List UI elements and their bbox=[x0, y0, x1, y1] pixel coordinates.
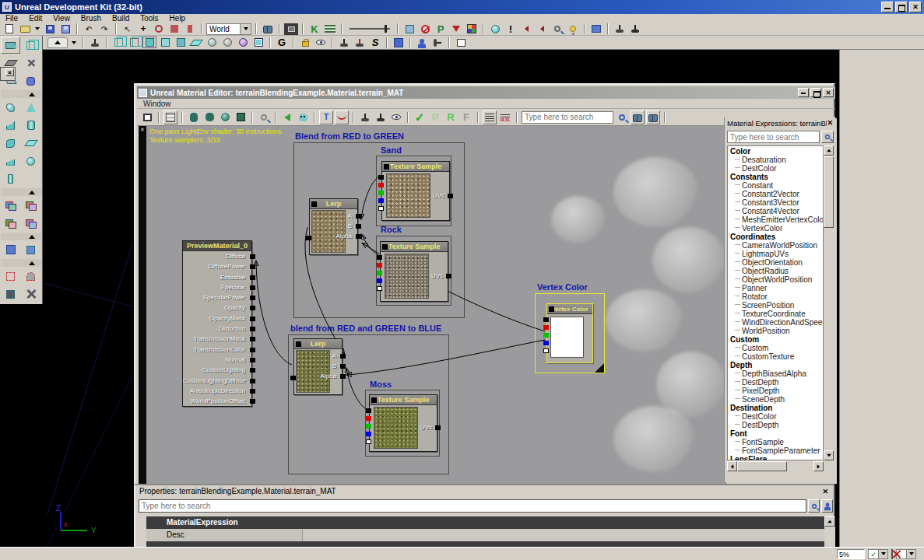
app-titlebar[interactable]: U Unreal Development Kit (32-bit) ✕ bbox=[0, 0, 924, 14]
realtime-expressions-button[interactable] bbox=[335, 110, 349, 124]
simulate-button[interactable]: S bbox=[368, 37, 382, 48]
menu-item[interactable]: Edit bbox=[23, 14, 47, 23]
select-inside-button[interactable] bbox=[1, 268, 20, 285]
texture-sample-header[interactable]: Texture Sample bbox=[382, 162, 449, 172]
open-kismet-button[interactable]: K bbox=[307, 23, 321, 35]
expression-item[interactable]: Custom bbox=[730, 344, 823, 352]
expression-item[interactable]: Rotator bbox=[730, 292, 823, 301]
comment-label-rock[interactable]: Rock bbox=[381, 225, 402, 234]
translate-tool-button[interactable]: + bbox=[136, 23, 150, 35]
select-tool-button[interactable]: ↖ bbox=[121, 23, 135, 35]
apply-changes-button[interactable]: ✓ bbox=[413, 110, 427, 124]
expression-item[interactable]: CustomTexture bbox=[730, 352, 823, 361]
rgb-output-pin[interactable] bbox=[377, 255, 382, 260]
minimize-button[interactable] bbox=[881, 2, 894, 12]
lerp-output-pin[interactable] bbox=[306, 236, 311, 240]
preview-cylinder-button[interactable] bbox=[187, 110, 201, 124]
properties-panel-header[interactable]: Properties: terrainBlendingExample.Mater… bbox=[135, 485, 834, 497]
expression-item[interactable]: ObjectOrientation bbox=[730, 258, 823, 267]
redo-button[interactable]: ↷ bbox=[97, 23, 111, 35]
save-button[interactable] bbox=[43, 23, 57, 35]
geom-dice-button[interactable] bbox=[251, 37, 265, 48]
reset-button[interactable]: R bbox=[444, 110, 458, 124]
undo-button[interactable]: ↶ bbox=[82, 23, 96, 35]
rgb-output-pin[interactable] bbox=[378, 175, 384, 180]
play-in-editor-button[interactable]: P bbox=[434, 23, 448, 35]
home-button[interactable] bbox=[280, 110, 294, 124]
comment-label-blend1[interactable]: Blend from RED to GREEN bbox=[295, 131, 404, 141]
publish-button[interactable] bbox=[415, 37, 429, 48]
camera-mode-button[interactable] bbox=[1, 37, 20, 54]
freeform-button[interactable] bbox=[21, 72, 40, 89]
csg-deintersect-button[interactable] bbox=[21, 215, 40, 232]
link-button[interactable] bbox=[430, 37, 444, 48]
select-caret[interactable] bbox=[240, 24, 251, 34]
expression-item[interactable]: DestColor bbox=[730, 412, 823, 421]
autosave-indicator[interactable] bbox=[891, 550, 893, 558]
cylinder-brush-button[interactable] bbox=[21, 117, 40, 134]
rotate-tool-button[interactable] bbox=[152, 23, 166, 35]
texture-sample-sand[interactable]: Texture Sample UVs bbox=[381, 161, 450, 221]
section-collapse-bar[interactable] bbox=[1, 233, 41, 240]
uvs-input-pin[interactable] bbox=[435, 425, 441, 430]
frame-button[interactable] bbox=[454, 37, 468, 48]
save-all-button[interactable] bbox=[58, 23, 72, 35]
view-hlsl-button[interactable]: HLSL bbox=[498, 110, 512, 124]
texture-stats-button[interactable] bbox=[465, 23, 479, 35]
spiral-stairs-button[interactable] bbox=[1, 135, 20, 152]
section-collapse-bar[interactable] bbox=[1, 259, 41, 267]
input-pin[interactable] bbox=[250, 296, 255, 300]
me-minimize-button[interactable] bbox=[798, 88, 809, 97]
me-close-button[interactable]: ✕ bbox=[823, 88, 834, 97]
expression-item[interactable]: DestDepth bbox=[730, 378, 823, 387]
csg-add-button[interactable] bbox=[1, 197, 20, 214]
coordinate-system-select[interactable]: World bbox=[206, 23, 251, 35]
geom-wire2-button[interactable] bbox=[127, 37, 141, 48]
close-icon[interactable]: ✕ bbox=[827, 119, 833, 127]
toggle-grid-button[interactable] bbox=[163, 110, 177, 124]
alpha-output-pin[interactable] bbox=[377, 286, 382, 291]
geometry-mode-button[interactable] bbox=[21, 37, 40, 54]
play-from-here-red-button[interactable] bbox=[353, 37, 367, 48]
play-from-here-button[interactable] bbox=[337, 37, 351, 48]
hide-unconnected-button[interactable] bbox=[296, 110, 310, 124]
socket-manager-button[interactable] bbox=[488, 23, 502, 35]
scroll-left-button[interactable] bbox=[727, 461, 737, 471]
desc-property-row[interactable]: Desc bbox=[146, 529, 824, 541]
geometry-mode-button[interactable]: G bbox=[275, 37, 289, 48]
lerp-alpha-pin[interactable] bbox=[340, 374, 346, 379]
expression-item[interactable]: VertexColor bbox=[730, 224, 823, 233]
geom-cube3-button[interactable] bbox=[174, 37, 188, 48]
resize-handle[interactable] bbox=[595, 363, 604, 373]
material-editor-titlebar[interactable]: Unreal Material Editor: terrainBlendingE… bbox=[137, 86, 835, 99]
expression-item[interactable]: MeshEmitterVertexColor bbox=[730, 215, 823, 224]
slider-handle[interactable] bbox=[385, 25, 387, 33]
geom-cube2-button[interactable] bbox=[158, 37, 172, 48]
geom-sheet-button[interactable] bbox=[189, 37, 203, 48]
properties-search-button[interactable] bbox=[808, 499, 820, 513]
input-pin[interactable] bbox=[250, 264, 255, 269]
lerp-node-2[interactable]: Lerp A B Alpha bbox=[293, 338, 343, 395]
uvs-input-pin[interactable] bbox=[448, 194, 453, 198]
expression-item[interactable]: Constants bbox=[730, 173, 823, 181]
material-graph-canvas[interactable]: One pass LightEnv shader: 30 instruction… bbox=[146, 126, 725, 484]
expression-item[interactable]: Constant4Vector bbox=[730, 207, 823, 215]
alpha-output-pin[interactable] bbox=[378, 206, 384, 211]
me-search-input[interactable] bbox=[522, 111, 613, 124]
texture-sample-rock[interactable]: Texture Sample UVs bbox=[380, 241, 448, 302]
fullscreen-button[interactable] bbox=[284, 23, 298, 35]
input-pin[interactable] bbox=[250, 306, 255, 310]
input-pin[interactable] bbox=[250, 389, 255, 394]
geom-ball-button[interactable] bbox=[205, 37, 219, 48]
expression-item[interactable]: Constant bbox=[730, 181, 823, 190]
vertex-color-header[interactable]: Vertex Color bbox=[547, 304, 592, 314]
expressions-list[interactable]: ColorDesaturationDestColorConstantsConst… bbox=[727, 145, 824, 460]
menu-item[interactable]: Help bbox=[164, 14, 191, 23]
disallow-translucent-button[interactable] bbox=[418, 23, 432, 35]
scroll-thumb[interactable] bbox=[737, 461, 787, 471]
alpha-output-pin[interactable] bbox=[543, 348, 549, 353]
expression-item[interactable]: Coordinates bbox=[730, 233, 823, 241]
camera-speed-slider[interactable] bbox=[350, 28, 390, 30]
show-flags-button[interactable] bbox=[314, 37, 328, 48]
comment-label-sand[interactable]: Sand bbox=[381, 145, 402, 155]
